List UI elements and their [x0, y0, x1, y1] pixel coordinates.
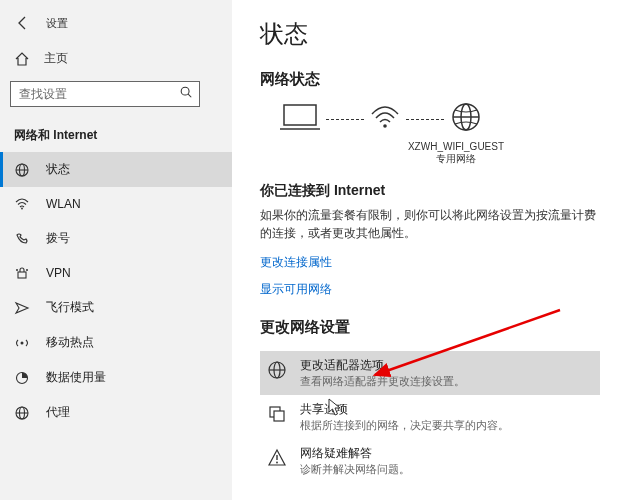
show-networks-link[interactable]: 显示可用网络 [260, 281, 600, 298]
option-desc: 查看网络适配器并更改连接设置。 [300, 374, 465, 389]
nav-label: 飞行模式 [46, 299, 218, 316]
troubleshoot-icon [266, 447, 288, 469]
connected-heading: 你已连接到 Internet [260, 182, 600, 200]
change-conn-props-link[interactable]: 更改连接属性 [260, 254, 600, 271]
data-usage-icon [14, 370, 30, 386]
back-icon[interactable] [14, 14, 32, 32]
globe-icon [14, 162, 30, 178]
connected-body: 如果你的流量套餐有限制，则你可以将此网络设置为按流量计费的连接，或者更改其他属性… [260, 206, 600, 242]
svg-point-8 [26, 269, 28, 271]
option-desc: 诊断并解决网络问题。 [300, 462, 410, 477]
dialup-icon [14, 231, 30, 247]
nav-label: 状态 [46, 161, 218, 178]
svg-line-1 [188, 94, 191, 97]
connection-type: 专用网络 [312, 152, 600, 166]
svg-point-26 [276, 462, 278, 464]
proxy-icon [14, 405, 30, 421]
sidebar-section-title: 网络和 Internet [0, 117, 232, 152]
change-settings-heading: 更改网络设置 [260, 318, 600, 337]
connection-name: XZWH_WIFI_GUEST [312, 141, 600, 152]
option-title: 共享选项 [300, 401, 509, 418]
nav-label: 移动热点 [46, 334, 218, 351]
svg-point-5 [21, 208, 23, 210]
nav-label: WLAN [46, 197, 218, 211]
nav-data-usage[interactable]: 数据使用量 [0, 360, 232, 395]
home-nav[interactable]: 主页 [0, 42, 232, 75]
nav-label: 拨号 [46, 230, 218, 247]
hotspot-icon [14, 335, 30, 351]
nav-status[interactable]: 状态 [0, 152, 232, 187]
search-box[interactable] [10, 81, 200, 107]
home-icon [14, 51, 30, 67]
airplane-icon [14, 300, 30, 316]
nav-airplane[interactable]: 飞行模式 [0, 290, 232, 325]
adapter-options[interactable]: 更改适配器选项 查看网络适配器并更改连接设置。 [260, 351, 600, 395]
nav-label: VPN [46, 266, 218, 280]
search-icon [179, 85, 193, 103]
sidebar: 设置 主页 网络和 Internet 状态 [0, 0, 232, 500]
wifi-signal-icon [370, 102, 400, 136]
option-title: 更改适配器选项 [300, 357, 465, 374]
svg-rect-14 [284, 105, 316, 125]
page-title: 状态 [260, 18, 600, 50]
nav-label: 代理 [46, 404, 218, 421]
option-title: 网络疑难解答 [300, 445, 410, 462]
sharing-icon [266, 403, 288, 425]
svg-point-16 [383, 124, 387, 128]
nav-hotspot[interactable]: 移动热点 [0, 325, 232, 360]
svg-rect-6 [18, 272, 26, 278]
wifi-icon [14, 196, 30, 212]
globe-large-icon [450, 101, 482, 137]
option-desc: 根据所连接到的网络，决定要共享的内容。 [300, 418, 509, 433]
network-diagram [280, 101, 600, 137]
nav-label: 数据使用量 [46, 369, 218, 386]
nav-proxy[interactable]: 代理 [0, 395, 232, 430]
nav-dialup[interactable]: 拨号 [0, 221, 232, 256]
svg-point-0 [181, 87, 189, 95]
main-content: 状态 网络状态 XZWH_WIFI_GUEST 专用网络 你已连接到 Inter… [232, 0, 620, 500]
svg-rect-24 [274, 411, 284, 421]
home-label: 主页 [44, 50, 68, 67]
nav-vpn[interactable]: VPN [0, 256, 232, 290]
sharing-options[interactable]: 共享选项 根据所连接到的网络，决定要共享的内容。 [260, 395, 600, 439]
app-title: 设置 [46, 16, 68, 31]
adapter-icon [266, 359, 288, 381]
network-status-heading: 网络状态 [260, 70, 600, 89]
troubleshoot-option[interactable]: 网络疑难解答 诊断并解决网络问题。 [260, 439, 600, 483]
search-input[interactable] [11, 82, 199, 106]
svg-point-9 [21, 341, 24, 344]
computer-icon [280, 101, 320, 137]
vpn-icon [14, 265, 30, 281]
nav-wlan[interactable]: WLAN [0, 187, 232, 221]
svg-point-7 [16, 269, 18, 271]
